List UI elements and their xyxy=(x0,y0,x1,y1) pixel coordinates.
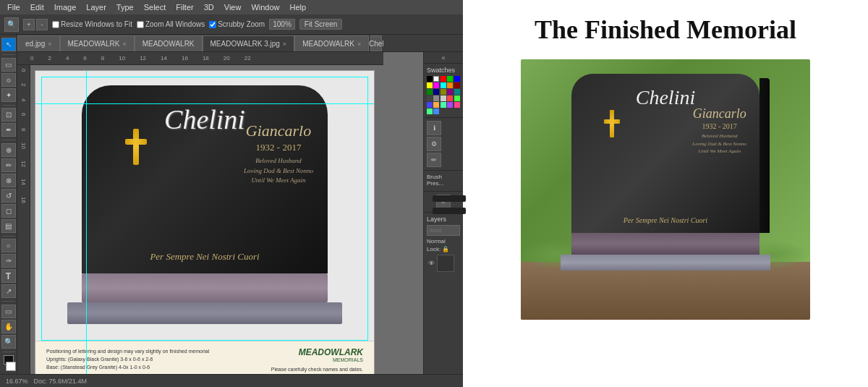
memorial-content: Chelini Giancarlo 1932 xyxy=(35,71,374,374)
menu-file[interactable]: File xyxy=(3,2,25,12)
layer-eye-icon[interactable]: 👁 xyxy=(427,259,435,268)
tab-ed[interactable]: ed.jpg × xyxy=(17,35,60,51)
brush-preset-btn[interactable]: ✏ xyxy=(427,153,441,167)
menu-window[interactable]: Window xyxy=(247,2,284,12)
photo-stone-side xyxy=(760,78,770,233)
info-panel-btn[interactable]: ℹ xyxy=(427,121,441,135)
type-tool[interactable]: T xyxy=(1,269,16,283)
menu-type[interactable]: Type xyxy=(112,2,138,12)
tab-meadowalrk1[interactable]: MEADOWALRK × xyxy=(60,35,135,51)
swatch-gray[interactable] xyxy=(433,95,439,101)
gradient-tool[interactable]: ▤ xyxy=(1,219,16,233)
resize-windows-check[interactable]: Resize Windows to Fit xyxy=(52,20,132,28)
swatch-dark-red[interactable] xyxy=(454,82,460,88)
swatch-violet[interactable] xyxy=(447,102,453,108)
swatch-green[interactable] xyxy=(447,76,453,82)
menu-select[interactable]: Select xyxy=(140,2,171,12)
background-color[interactable] xyxy=(6,362,16,371)
finished-photo: Chelini Giancarlo 1932 - 2017 Beloved Hu… xyxy=(521,59,810,320)
menu-filter[interactable]: Filter xyxy=(171,2,197,12)
move-tool[interactable]: ↖ xyxy=(1,38,16,51)
equals-bar-bottom xyxy=(433,208,466,214)
tab-meadowalrk3[interactable]: MEADOWALRK 3.jpg × xyxy=(203,35,295,51)
photo-verse-1: Beloved Husband xyxy=(692,132,746,140)
hand-tool[interactable]: ✋ xyxy=(1,320,16,333)
swatch-olive[interactable] xyxy=(441,89,446,95)
photoshop-window: File Edit Image Layer Type Select Filter… xyxy=(0,0,463,387)
swatch-light-orange[interactable] xyxy=(433,102,439,108)
fit-screen-btn[interactable]: Fit Screen xyxy=(299,19,343,30)
menu-edit[interactable]: Edit xyxy=(26,2,48,12)
settings-panel-btn[interactable]: ⚙ xyxy=(427,137,441,151)
dodge-tool[interactable]: ○ xyxy=(1,239,16,252)
history-tool[interactable]: ↺ xyxy=(1,189,16,203)
path-tool[interactable]: ↗ xyxy=(1,284,16,298)
swatch-purple[interactable] xyxy=(447,89,453,95)
menu-help[interactable]: Help xyxy=(286,2,311,12)
zoom-level: 16.67% xyxy=(6,378,28,385)
brush-tool[interactable]: ✏ xyxy=(1,158,16,172)
tab-meadowalrk4[interactable]: MEADOWALRK × xyxy=(294,35,369,51)
close-tab-ed[interactable]: × xyxy=(48,41,51,48)
swatch-yellow[interactable] xyxy=(427,82,433,88)
swatch-orange[interactable] xyxy=(447,82,453,88)
crop-tool[interactable]: ⊡ xyxy=(1,108,16,122)
zoom-in-btn[interactable]: + xyxy=(23,19,35,30)
scrubby-zoom-check[interactable]: Scrubby Zoom xyxy=(209,20,265,28)
close-tab-m3[interactable]: × xyxy=(283,41,286,48)
panel-collapse-btn[interactable]: « xyxy=(424,52,463,64)
marquee-tool[interactable]: ▭ xyxy=(1,58,16,72)
zoom-tool-icon[interactable]: 🔍 xyxy=(4,17,19,32)
panel-icons: ℹ ⚙ ✏ xyxy=(424,118,463,170)
stamp-tool[interactable]: ⊗ xyxy=(1,174,16,187)
menu-image[interactable]: Image xyxy=(50,2,81,12)
swatch-spring-green[interactable] xyxy=(427,109,433,114)
swatch-pink[interactable] xyxy=(454,102,460,108)
photo-verses: Beloved Husband Loving Dad & Best Nonno … xyxy=(692,132,746,156)
eraser-tool[interactable]: ◻ xyxy=(1,204,16,218)
layers-mode: Normal xyxy=(427,238,460,244)
swatch-cyan[interactable] xyxy=(441,82,446,88)
photo-stone-base-layer xyxy=(571,233,760,255)
swatch-light-blue[interactable] xyxy=(427,102,433,108)
layers-section: Layers Normal Lock: 🔒 👁 xyxy=(424,212,463,374)
zoom-out-btn[interactable]: - xyxy=(36,19,48,30)
lasso-tool[interactable]: ⌾ xyxy=(1,73,16,87)
menu-3d[interactable]: 3D xyxy=(200,2,218,12)
ruler-vertical: 0 2 4 6 8 10 12 14 16 xyxy=(17,65,30,374)
wand-tool[interactable]: ✦ xyxy=(1,88,16,102)
shape-tool[interactable]: ▭ xyxy=(1,305,16,318)
zoom-tool[interactable]: 🔍 xyxy=(1,335,16,349)
tab-meadowalrk2[interactable]: MEADOWALRK xyxy=(135,35,203,51)
close-tab-m4[interactable]: × xyxy=(357,41,361,48)
close-tab-m1[interactable]: × xyxy=(122,41,126,48)
zoom-all-check[interactable]: Zoom All Windows xyxy=(137,20,205,28)
swatch-teal[interactable] xyxy=(454,89,460,95)
swatch-white[interactable] xyxy=(433,76,439,82)
equals-bar-top xyxy=(433,195,466,202)
status-bar: 16.67% Doc: 75.6M/21.4M xyxy=(0,374,463,387)
swatch-mint[interactable] xyxy=(441,102,446,108)
memorial-stone: Chelini Giancarlo 1932 xyxy=(82,85,328,324)
heal-tool[interactable]: ⊕ xyxy=(1,143,16,157)
swatch-red[interactable] xyxy=(441,76,446,82)
swatch-magenta[interactable] xyxy=(433,82,439,88)
eyedropper-tool[interactable]: ✒ xyxy=(1,123,16,137)
swatch-dark-blue[interactable] xyxy=(433,89,439,95)
swatch-dark-gray[interactable] xyxy=(427,95,433,101)
stone-giancarlo: Giancarlo xyxy=(244,122,313,140)
swatch-light-green[interactable] xyxy=(454,95,460,101)
stone-right-text: Giancarlo 1932 - 2017 Beloved Husband Lo… xyxy=(244,122,313,186)
swatch-sky-blue[interactable] xyxy=(433,109,439,114)
swatch-black[interactable] xyxy=(427,76,433,82)
swatch-light-red[interactable] xyxy=(447,95,453,101)
pen-tool[interactable]: ✑ xyxy=(1,254,16,268)
swatch-light-gray[interactable] xyxy=(441,95,446,101)
swatch-dark-green[interactable] xyxy=(427,89,433,95)
menu-layer[interactable]: Layer xyxy=(82,2,111,12)
menu-view[interactable]: View xyxy=(220,2,246,12)
swatch-blue[interactable] xyxy=(454,76,460,82)
stone-years: 1932 - 2017 xyxy=(244,142,313,153)
layers-search[interactable] xyxy=(427,225,460,236)
tab-overflow-arrow[interactable]: Chel xyxy=(370,35,382,51)
